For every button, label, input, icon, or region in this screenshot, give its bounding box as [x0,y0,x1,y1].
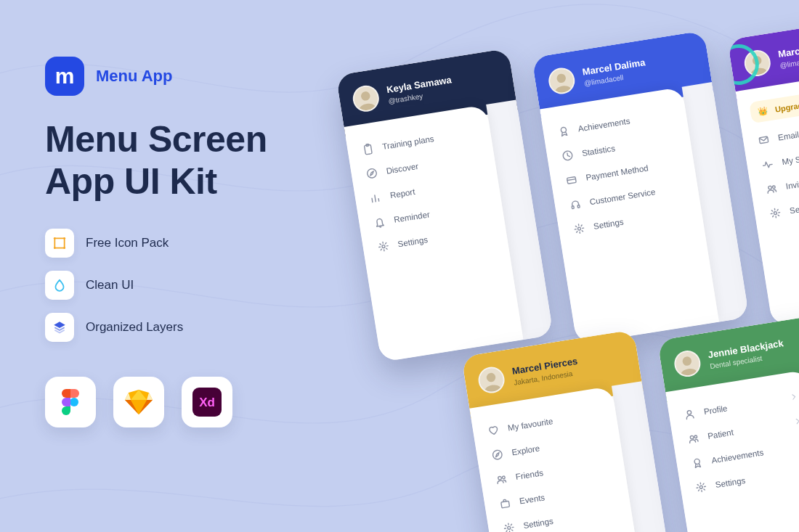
avatar [742,48,772,78]
menu-item-label: My favourite [507,417,553,433]
brand-row: m Menu App [45,57,350,96]
menu-item-label: Settings [593,218,624,231]
layers-icon [45,313,74,342]
crown-icon: 👑 [757,106,768,117]
svg-text:Xd: Xd [199,396,215,409]
headline: Menu Screen App UI Kit [45,119,350,202]
menu-item-label: Events [519,493,545,505]
phones-stage: Keyla Samawa @trashkey Training plansDis… [326,0,799,532]
menu-item-label: Achievements [577,116,630,133]
menu-item-label: Achievements [711,448,764,465]
users-icon [495,472,508,486]
brand-logo: m [45,57,84,96]
brand-logo-glyph: m [55,65,75,87]
avatar [351,83,381,113]
icon-pack-icon [45,229,74,258]
phone-green: Jennie Blackjack Dental specialist Profi… [657,314,799,532]
bell-icon [373,216,386,229]
chevron-right-icon [789,392,799,404]
tool-logos-row: Xd [45,377,350,427]
brand-name: Menu App [96,67,173,86]
menu-item-label: Invite Friends [785,174,799,191]
headset-icon [569,197,582,210]
gear-icon [503,521,516,532]
heart-icon [487,424,500,437]
menu-item-label: Report [389,187,415,200]
droplet-icon [45,271,74,300]
menu-sheet: ProfilePatientAchievementsSettings [665,369,799,532]
menu-item-label: Training plans [382,134,435,151]
upgrade-banner[interactable]: 👑 Upgrade to Pro [749,83,799,123]
features-list: Free Icon Pack Clean UI Organized Layers [45,229,350,342]
upgrade-label: Upgrade to Pro [774,96,799,113]
figma-logo [45,377,96,427]
menu-item-label: Settings [715,476,746,489]
menu-item-label: Reminder [393,210,430,224]
menu-item-label: My Statistics [782,150,799,166]
clock-icon [561,149,574,162]
menu-item-label: Settings [397,235,429,248]
avatar [673,349,702,379]
compass-icon [365,167,378,180]
gear-icon [377,240,390,253]
avatar [476,365,506,395]
adobe-xd-logo: Xd [182,377,232,427]
compass-icon [491,448,504,461]
menu-item-label: Settings [523,517,554,530]
gear-icon [572,222,585,235]
menu-sheet: 👑 Upgrade to Pro EmailMy StatisticsInvit… [736,69,799,327]
avatar [547,66,577,96]
menu-item-label: Profile [703,404,728,416]
phone-blue: Marcel Dalima @limadacell AchievementsSt… [532,30,750,345]
feature-icon-pack: Free Icon Pack [45,229,350,258]
feature-label: Free Icon Pack [86,236,169,250]
chevron-right-icon [793,416,799,427]
feature-clean-ui: Clean UI [45,271,350,300]
menu-item-label: Discover [386,162,419,176]
menu-item-label: Friends [515,468,544,481]
briefcase-icon [498,497,511,510]
feature-label: Clean UI [86,278,134,292]
user-icon [683,407,696,420]
menu-item-label: Email [777,130,799,142]
menu-item-label: Payment Method [585,163,649,181]
menu-item-label: Explore [511,443,540,457]
gear-icon [768,206,782,219]
menu-item-label: Settings [789,202,799,215]
medal-icon [691,457,704,470]
gear-icon [694,480,707,494]
phone-navy: Keyla Samawa @trashkey Training plansDis… [336,48,553,362]
activity-icon [761,157,774,171]
users-icon [686,432,699,445]
user-name: Marcel Dalima [777,40,799,60]
card-icon [565,173,578,187]
feature-label: Organized Layers [86,320,183,335]
sketch-logo [113,377,164,427]
svg-point-21 [70,398,78,406]
menu-item-label: Statistics [581,144,615,157]
users-icon [765,182,778,195]
feature-organized-layers: Organized Layers [45,313,350,342]
medal-icon [557,125,570,138]
menu-item-label: Customer Service [589,187,656,206]
menu-item-label: Patient [707,427,734,440]
clipboard-icon [362,142,375,155]
phone-yellow: Marcel Pierces Jakarta, Indonesia My fav… [461,330,679,532]
bar-chart-icon [369,191,382,204]
mail-icon [757,134,770,147]
